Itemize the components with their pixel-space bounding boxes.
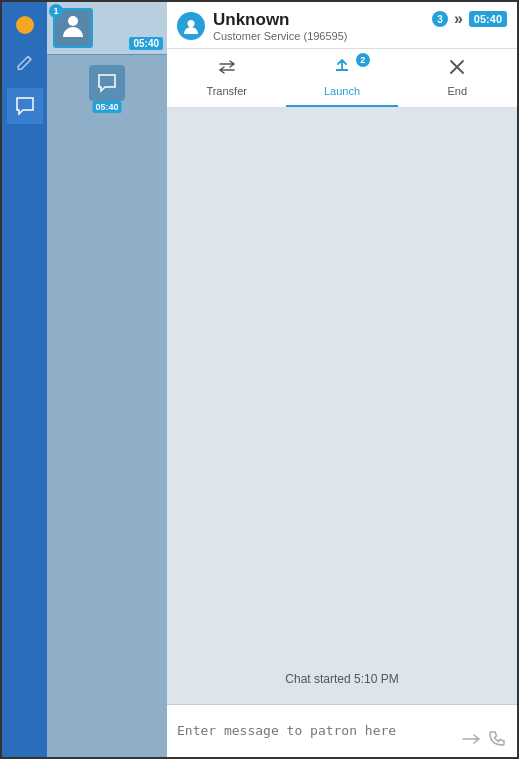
- sidebar: [2, 2, 47, 757]
- user-name: Unknown: [213, 10, 348, 30]
- transfer-button[interactable]: Transfer: [167, 49, 286, 107]
- chat-input-area: [167, 704, 517, 757]
- launch-label: Launch: [324, 85, 360, 97]
- end-icon: [447, 57, 467, 82]
- header-avatar: [177, 12, 205, 40]
- chat-list-panel: 1 05:40 05:40: [47, 2, 167, 757]
- user-avatar-icon: [59, 11, 87, 45]
- send-icon[interactable]: [461, 729, 481, 749]
- input-icons: [461, 729, 507, 749]
- main-chat-panel: Unknown Customer Service (196595) 3 » 05…: [167, 2, 517, 757]
- badge-3: 3: [432, 11, 448, 27]
- header-text: Unknown Customer Service (196595): [213, 10, 348, 42]
- status-dot: [16, 16, 34, 34]
- launch-icon: [332, 57, 352, 82]
- launch-wrapper: 2 Launch: [286, 49, 397, 107]
- queue-label: Customer Service (196595): [213, 30, 348, 42]
- chat-item-timer: 05:40: [129, 37, 163, 50]
- launch-button[interactable]: Launch: [286, 49, 397, 107]
- header-right: 3 » 05:40: [432, 10, 507, 28]
- mid-chat-icon[interactable]: 05:40: [89, 65, 125, 101]
- badge-2: 2: [356, 53, 370, 67]
- chat-header-left: Unknown Customer Service (196595): [177, 10, 348, 42]
- chat-header: Unknown Customer Service (196595) 3 » 05…: [167, 2, 517, 49]
- chat-toolbar: Transfer 2 Launch: [167, 49, 517, 108]
- chat-list-item[interactable]: 1 05:40: [47, 2, 167, 55]
- chat-bubble-icon[interactable]: [7, 88, 43, 124]
- chat-body: Chat started 5:10 PM: [167, 108, 517, 704]
- pen-icon[interactable]: [7, 44, 43, 80]
- collapse-button[interactable]: »: [454, 10, 463, 28]
- header-timer: 05:40: [469, 11, 507, 27]
- mid-chat-timer: 05:40: [92, 101, 121, 113]
- phone-icon[interactable]: [487, 729, 507, 749]
- svg-point-0: [68, 16, 78, 26]
- chat-started-message: Chat started 5:10 PM: [177, 672, 507, 686]
- svg-point-1: [188, 20, 195, 27]
- transfer-label: Transfer: [206, 85, 247, 97]
- end-button[interactable]: End: [398, 49, 517, 107]
- transfer-icon: [217, 57, 237, 82]
- end-label: End: [448, 85, 468, 97]
- message-input[interactable]: [177, 713, 455, 749]
- sidebar-chat-icons: 05:40: [47, 65, 167, 101]
- badge-1: 1: [49, 4, 63, 18]
